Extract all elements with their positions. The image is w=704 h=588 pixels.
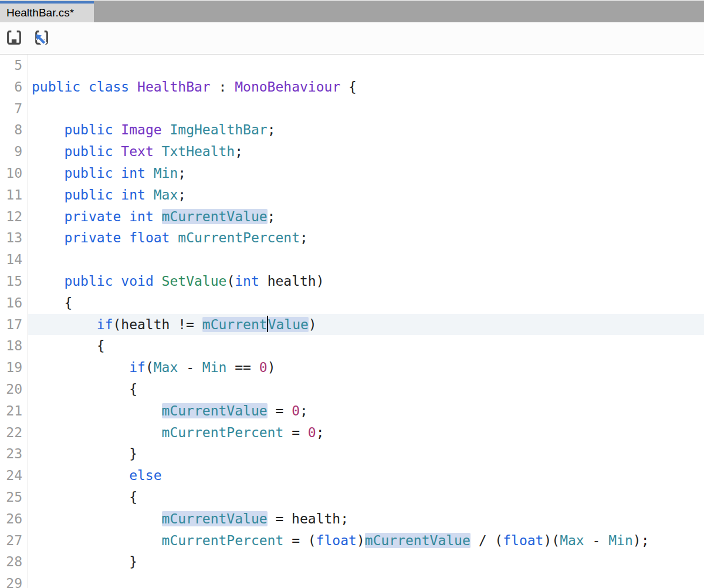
line-number[interactable]: 6	[0, 76, 28, 98]
line-number[interactable]: 13	[0, 227, 28, 249]
code-line[interactable]: 17 if(health != mCurrentValue)	[0, 314, 704, 336]
line-number[interactable]: 17	[0, 314, 28, 336]
code-editor[interactable]: 56public class HealthBar : MonoBehaviour…	[0, 55, 704, 588]
line-number[interactable]: 27	[0, 530, 28, 552]
code-line[interactable]: 23 }	[0, 443, 704, 465]
token: public	[64, 144, 113, 159]
code-text[interactable]	[28, 249, 704, 271]
code-line[interactable]: 29	[0, 573, 704, 588]
token	[32, 144, 64, 159]
line-number[interactable]: 22	[0, 422, 28, 444]
code-text[interactable]: private float mCurrentPercent;	[28, 227, 704, 249]
code-line[interactable]: 14	[0, 249, 704, 271]
code-text[interactable]: {	[28, 292, 704, 314]
line-number[interactable]: 5	[0, 55, 28, 76]
floppy-disk-icon	[6, 29, 22, 48]
line-number[interactable]: 28	[0, 551, 28, 573]
token: MonoBehaviour	[235, 79, 340, 94]
line-number[interactable]: 14	[0, 249, 28, 271]
token	[32, 360, 129, 375]
line-number[interactable]: 16	[0, 292, 28, 314]
token: public	[64, 187, 113, 202]
code-text[interactable]: mCurrentValue = health;	[28, 508, 704, 530]
line-number[interactable]: 12	[0, 206, 28, 228]
token: ;	[178, 187, 186, 202]
token: =	[268, 403, 292, 418]
code-text[interactable]: public Text TxtHealth;	[28, 141, 704, 163]
code-line[interactable]: 20 {	[0, 379, 704, 400]
code-text[interactable]: else	[28, 465, 704, 486]
code-line[interactable]: 25 {	[0, 486, 704, 508]
code-text[interactable]: {	[28, 379, 704, 400]
line-number[interactable]: 23	[0, 443, 28, 465]
token: )	[357, 533, 365, 548]
code-text[interactable]: {	[28, 335, 704, 357]
token: void	[121, 273, 153, 289]
code-text[interactable]: mCurrentValue = 0;	[28, 400, 704, 422]
code-line[interactable]: 19 if(Max - Min == 0)	[0, 357, 704, 379]
token	[154, 273, 162, 289]
code-line[interactable]: 28 }	[0, 551, 704, 573]
token: mCurrentValue	[162, 403, 268, 418]
code-text[interactable]: mCurrentPercent = (float)mCurrentValue /…	[28, 530, 704, 552]
line-number[interactable]: 10	[0, 163, 28, 184]
line-number[interactable]: 29	[0, 573, 28, 588]
token: )	[268, 360, 276, 375]
code-line[interactable]: 18 {	[0, 335, 704, 357]
code-line[interactable]: 11 public int Max;	[0, 184, 704, 206]
code-line[interactable]: 9 public Text TxtHealth;	[0, 141, 704, 163]
code-line[interactable]: 16 {	[0, 292, 704, 314]
line-number[interactable]: 24	[0, 465, 28, 486]
token: ;	[235, 144, 243, 159]
line-number[interactable]: 20	[0, 379, 28, 400]
line-number[interactable]: 8	[0, 119, 28, 141]
code-text[interactable]: {	[28, 486, 704, 508]
toolbar	[0, 22, 704, 55]
code-line[interactable]: 7	[0, 98, 704, 120]
code-text[interactable]: public class HealthBar : MonoBehaviour {	[28, 76, 704, 98]
code-line[interactable]: 24 else	[0, 465, 704, 486]
code-line[interactable]: 27 mCurrentPercent = (float)mCurrentValu…	[0, 530, 704, 552]
code-line[interactable]: 26 mCurrentValue = health;	[0, 508, 704, 530]
code-text[interactable]: if(health != mCurrentValue)	[28, 314, 704, 336]
token: -	[584, 533, 609, 548]
token	[32, 187, 64, 202]
code-text[interactable]: public void SetValue(int health)	[28, 271, 704, 292]
code-line[interactable]: 15 public void SetValue(int health)	[0, 271, 704, 292]
line-number[interactable]: 15	[0, 271, 28, 292]
code-text[interactable]	[28, 573, 704, 588]
code-line[interactable]: 12 private int mCurrentValue;	[0, 206, 704, 228]
token: if	[97, 317, 113, 332]
code-text[interactable]: }	[28, 443, 704, 465]
save-button[interactable]	[5, 29, 23, 47]
code-text[interactable]	[28, 98, 704, 120]
code-line[interactable]: 13 private float mCurrentPercent;	[0, 227, 704, 249]
token: )(	[543, 533, 560, 548]
code-text[interactable]	[28, 55, 704, 76]
code-text[interactable]: public int Max;	[28, 184, 704, 206]
line-number[interactable]: 21	[0, 400, 28, 422]
code-line[interactable]: 6public class HealthBar : MonoBehaviour …	[0, 76, 704, 98]
line-number[interactable]: 18	[0, 335, 28, 357]
line-number[interactable]: 25	[0, 486, 28, 508]
line-number[interactable]: 19	[0, 357, 28, 379]
code-line[interactable]: 5	[0, 55, 704, 76]
save-all-button[interactable]	[32, 29, 50, 47]
code-text[interactable]: }	[28, 551, 704, 573]
code-line[interactable]: 21 mCurrentValue = 0;	[0, 400, 704, 422]
code-text[interactable]: mCurrentPercent = 0;	[28, 422, 704, 444]
token: :	[211, 79, 235, 94]
line-number[interactable]: 7	[0, 98, 28, 120]
code-text[interactable]: public Image ImgHealthBar;	[28, 119, 704, 141]
line-number[interactable]: 9	[0, 141, 28, 163]
token: Max	[560, 533, 584, 548]
code-text[interactable]: private int mCurrentValue;	[28, 206, 704, 228]
code-line[interactable]: 10 public int Min;	[0, 163, 704, 184]
code-text[interactable]: if(Max - Min == 0)	[28, 357, 704, 379]
tab-healthbar-cs[interactable]: HealthBar.cs*	[0, 1, 94, 22]
code-text[interactable]: public int Min;	[28, 163, 704, 184]
line-number[interactable]: 11	[0, 184, 28, 206]
code-line[interactable]: 8 public Image ImgHealthBar;	[0, 119, 704, 141]
code-line[interactable]: 22 mCurrentPercent = 0;	[0, 422, 704, 444]
line-number[interactable]: 26	[0, 508, 28, 530]
